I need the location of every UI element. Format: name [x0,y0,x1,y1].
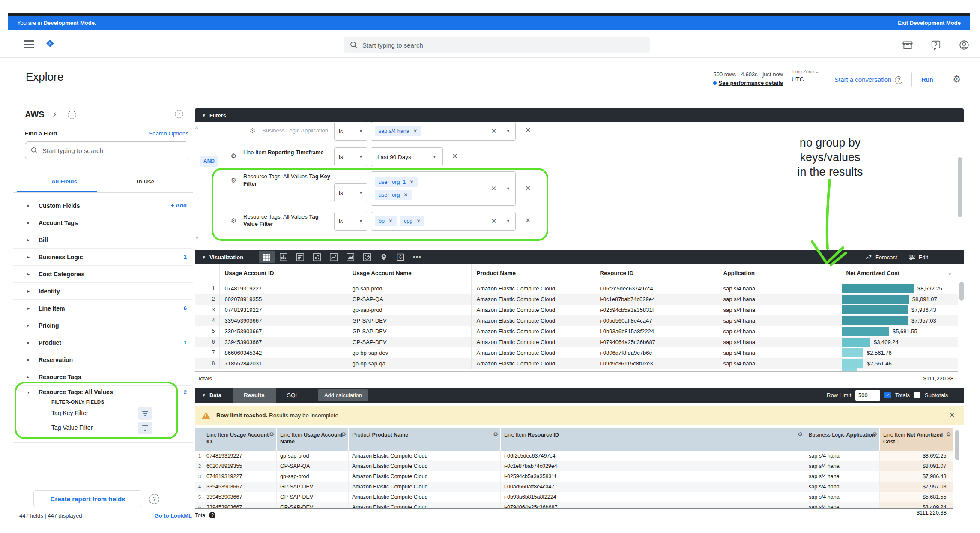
remove-filter-icon[interactable]: ✕ [525,184,531,192]
filters-scrollbar[interactable] [958,157,962,217]
area-chart-icon[interactable] [342,251,359,263]
dismiss-warning-icon[interactable]: ✕ [949,410,955,420]
tab-sql[interactable]: SQL [276,388,310,403]
filter-operator-select[interactable]: is▼ [334,147,368,166]
column-header[interactable]: Product Name [471,264,595,283]
tab-in-use[interactable]: In Use [109,178,182,185]
remove-chip-icon[interactable]: ✕ [416,218,421,224]
filter-gear-icon[interactable]: ⚙ [231,217,236,225]
remove-chip-icon[interactable]: ✕ [409,179,414,185]
column-header[interactable]: Usage Account ID [219,264,347,283]
filter-value-box[interactable]: sap s/4 hana✕ ✕▼ [371,122,516,141]
clear-filter-icon[interactable]: ✕ [487,185,501,192]
column-header[interactable]: Line Item Resource ID⚙ [501,428,805,451]
column-header[interactable]: Usage Account Name [347,264,471,283]
totals-checkbox-label[interactable]: Totals [895,392,910,398]
line-chart-icon[interactable] [326,251,342,263]
filter-gear-icon[interactable]: ⚙ [250,127,255,135]
filter-value-box[interactable]: user_org_1✕ user_org✕ ✕▼ [371,171,516,206]
create-report-button[interactable]: Create report from fields [33,490,142,507]
remove-chip-icon[interactable]: ✕ [403,192,408,198]
clear-filter-icon[interactable]: ✕ [487,217,501,225]
column-header[interactable]: Line Item Usage Account Name⚙ [277,428,349,451]
filters-section-bar[interactable]: ▼Filters [195,108,964,122]
row-limit-input[interactable] [855,390,880,401]
results-table-scrollbar[interactable] [955,430,959,460]
sidebar-item-resource-tags[interactable]: ▸Resource Tags [13,368,193,386]
filter-value-chip[interactable]: cpg✕ [400,216,424,226]
chevron-down-icon[interactable]: ▼ [501,126,512,136]
column-gear-icon[interactable]: ⚙ [946,431,951,438]
scroll-down-icon[interactable]: ˅ [195,235,199,241]
bar-chart-icon[interactable] [275,251,292,263]
column-header[interactable]: Net Amortized Cost⌄ [841,264,958,283]
column-gear-icon[interactable]: ⚙ [798,431,803,438]
remove-chip-icon[interactable]: ✕ [413,128,418,134]
scroll-up-icon[interactable]: ^ [195,125,198,132]
filter-gear-icon[interactable]: ⚙ [231,152,236,160]
tab-results[interactable]: Results [233,388,276,403]
filter-value-chip[interactable]: sap s/4 hana✕ [375,126,421,136]
chevron-down-icon[interactable]: ▼ [501,184,512,193]
chevron-down-icon[interactable]: ⌄ [948,270,952,276]
remove-filter-icon[interactable]: ✕ [525,216,531,225]
tag-value-filter-icon[interactable] [138,422,152,434]
total-help-icon[interactable]: ? [209,512,215,518]
filter-operator-select[interactable]: is▼ [334,183,368,202]
go-to-lookml-link[interactable]: Go to LookML [128,512,192,519]
chevron-down-icon[interactable]: ▼ [501,216,512,226]
sidebar-item-resource-tags-all-values[interactable]: ▾Resource Tags: All Values2 [13,386,193,398]
info-icon[interactable]: i [68,111,76,119]
filter-value-chip[interactable]: user_org_1✕ [375,177,418,187]
tag-key-filter-icon[interactable] [138,407,152,420]
subtotals-checkbox-label[interactable]: Subtotals [925,392,948,398]
table-chart-icon[interactable] [259,251,275,263]
viz-table-scrollbar[interactable] [959,282,964,301]
filter-gear-icon[interactable]: ⚙ [231,177,236,184]
filter-value-select[interactable]: Last 90 Days▼ [371,147,443,166]
subtotals-checkbox[interactable] [914,392,920,398]
sidebar-item-cost-categories[interactable]: ▸Cost Categories [13,266,193,283]
sidebar-item-bill[interactable]: ▸Bill [13,231,193,249]
single-value-icon[interactable]: 6 [392,251,409,263]
column-gear-icon[interactable]: ⚙ [341,431,346,438]
pie-chart-icon[interactable] [359,251,375,263]
search-options-link[interactable]: Search Options [128,130,188,137]
column-gear-icon[interactable]: ⚙ [269,431,274,438]
field-tag-key-filter[interactable]: Tag Key Filter [51,410,88,416]
totals-checkbox[interactable]: ✓ [884,392,891,398]
sidebar-item-line-item[interactable]: ▸Line Item6 [13,300,193,317]
column-gear-icon[interactable]: ⚙ [872,431,877,438]
add-custom-field-link[interactable]: + Add [171,202,193,209]
filter-value-box[interactable]: bp✕ cpg✕ ✕▼ [371,212,516,231]
sidebar-item-pricing[interactable]: ▸Pricing [13,317,193,334]
filter-value-chip[interactable]: user_org✕ [375,190,412,200]
collapse-sidebar-icon[interactable]: ‹ [175,110,183,118]
add-calculation-button[interactable]: Add calculation [318,389,368,401]
scatter-chart-icon[interactable] [309,251,325,263]
sidebar-item-identity[interactable]: ▸Identity [13,283,193,300]
sidebar-item-product[interactable]: ▸Product1 [13,334,193,351]
column-header[interactable]: Line Item Net Amortized Cost ↓⚙ [880,428,953,451]
column-gear-icon[interactable]: ⚙ [493,431,498,438]
column-header[interactable]: Resource ID [595,264,718,283]
field-tag-value-filter[interactable]: Tag Value Filter [51,424,93,431]
column-header[interactable]: Product Product Name⚙ [349,428,501,451]
filter-value-chip[interactable]: bp✕ [375,216,397,226]
sidebar-item-account-tags[interactable]: ▸Account Tags [13,214,193,231]
more-charts-icon[interactable]: ••• [409,251,425,263]
filter-operator-select[interactable]: is▼ [334,122,368,141]
remove-filter-icon[interactable]: ✕ [452,152,457,160]
filter-operator-select[interactable]: is▼ [334,212,368,231]
column-header[interactable]: Business Logic Application⚙ [805,428,880,451]
create-report-help-icon[interactable]: ? [149,494,159,504]
clear-filter-icon[interactable]: ✕ [487,127,501,135]
field-search-box[interactable] [25,141,188,159]
map-chart-icon[interactable] [376,251,392,263]
remove-chip-icon[interactable]: ✕ [388,218,393,224]
column-header[interactable]: Line Item Usage Account ID⚙ [203,428,277,451]
forecast-button[interactable]: Forecast [865,254,897,261]
field-search-input[interactable] [42,147,171,154]
edit-button[interactable]: Edit [908,254,928,261]
sidebar-item-business-logic[interactable]: ▸Business Logic1 [13,249,193,266]
